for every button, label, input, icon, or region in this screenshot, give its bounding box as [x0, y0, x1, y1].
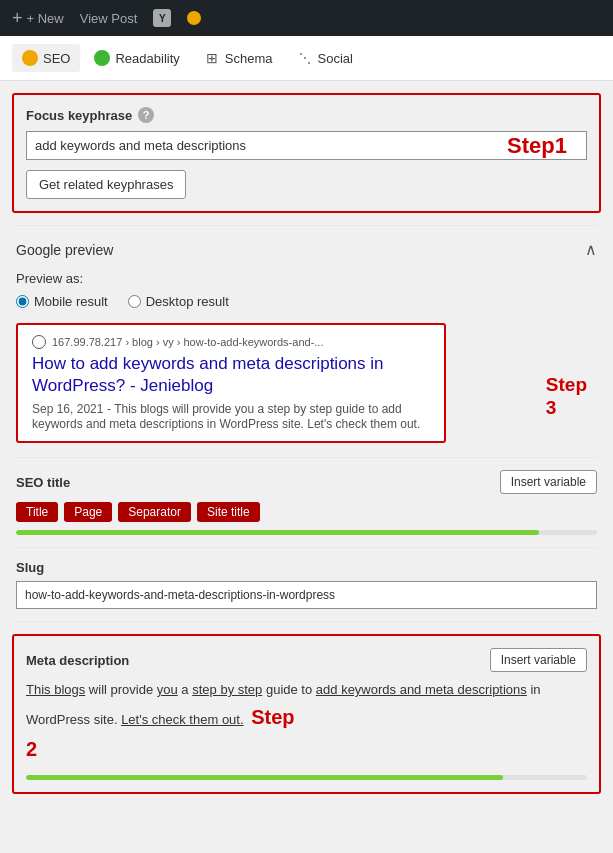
tag-page[interactable]: Page [64, 502, 112, 522]
seo-icon [22, 50, 38, 66]
meta-desc-this: This blogs [26, 682, 85, 697]
google-preview-header: Google preview ∧ [16, 240, 597, 259]
meta-description-label: Meta description [26, 653, 129, 668]
google-preview-title: Google preview [16, 242, 113, 258]
yoast-logo-icon: Y [153, 9, 171, 27]
meta-desc-step: step by step [192, 682, 262, 697]
google-date-text: Sep 16, 2021 [32, 402, 103, 416]
tab-readability[interactable]: Readability [84, 44, 189, 72]
desktop-result-label: Desktop result [146, 294, 229, 309]
meta-description-progress-fill [26, 775, 503, 780]
slug-input[interactable] [16, 581, 597, 609]
tab-social[interactable]: ⋱ Social [287, 44, 363, 72]
desktop-result-option[interactable]: Desktop result [128, 294, 229, 309]
tag-site-title[interactable]: Site title [197, 502, 260, 522]
focus-keyphrase-text: Focus keyphrase [26, 108, 132, 123]
seo-title-label: SEO title [16, 475, 70, 490]
google-url-line: 167.99.78.217 › blog › vy › how-to-add-k… [32, 335, 430, 349]
meta-desc-add: add keywords and meta descriptions [316, 682, 527, 697]
new-button[interactable]: + + New [12, 8, 64, 29]
mobile-result-option[interactable]: Mobile result [16, 294, 108, 309]
slug-label: Slug [16, 560, 597, 575]
tab-bar: SEO Readability ⊞ Schema ⋱ Social [0, 36, 613, 81]
divider-4 [16, 621, 597, 622]
seo-title-section: SEO title Insert variable Title Page Sep… [0, 458, 613, 547]
globe-icon [32, 335, 46, 349]
help-icon[interactable]: ? [138, 107, 154, 123]
tag-separator[interactable]: Separator [118, 502, 191, 522]
google-preview-card: 167.99.78.217 › blog › vy › how-to-add-k… [16, 323, 446, 443]
step3-label: Step 3 [546, 374, 587, 420]
focus-keyphrase-label: Focus keyphrase ? [26, 107, 587, 123]
keyphrase-input-wrapper: Step1 [26, 131, 587, 160]
seo-title-insert-variable-button[interactable]: Insert variable [500, 470, 597, 494]
top-bar: + + New View Post Y [0, 0, 613, 36]
tab-social-label: Social [318, 51, 353, 66]
tab-readability-label: Readability [115, 51, 179, 66]
seo-title-progress-fill [16, 530, 539, 535]
meta-description-insert-variable-button[interactable]: Insert variable [490, 648, 587, 672]
seo-title-header: SEO title Insert variable [16, 470, 597, 494]
meta-description-progress-bar [26, 775, 587, 780]
view-post-link[interactable]: View Post [80, 11, 138, 26]
preview-as-label: Preview as: [16, 271, 597, 286]
meta-desc-you: you [157, 682, 178, 697]
meta-desc-lets: Let's check them out. [121, 712, 243, 727]
google-date: Sep 16, 2021 - This blogs will provide y… [32, 401, 430, 431]
meta-description-section: Meta description Insert variable This bl… [12, 634, 601, 794]
readability-icon [94, 50, 110, 66]
google-title-link[interactable]: How to add keywords and meta description… [32, 353, 430, 397]
google-url: 167.99.78.217 › blog › vy › how-to-add-k… [52, 336, 323, 348]
slug-section: Slug [0, 548, 613, 621]
tab-seo-label: SEO [43, 51, 70, 66]
focus-keyphrase-section: Focus keyphrase ? Step1 Get related keyp… [12, 93, 601, 213]
tab-seo[interactable]: SEO [12, 44, 80, 72]
schema-icon: ⊞ [204, 50, 220, 66]
seo-title-progress-bar [16, 530, 597, 535]
tab-schema[interactable]: ⊞ Schema [194, 44, 283, 72]
mobile-result-radio[interactable] [16, 295, 29, 308]
google-preview-section: Google preview ∧ Preview as: Mobile resu… [0, 226, 613, 457]
plus-icon: + [12, 8, 23, 29]
social-icon: ⋱ [297, 50, 313, 66]
meta-description-text: This blogs will provide you a step by st… [26, 680, 587, 765]
tag-title[interactable]: Title [16, 502, 58, 522]
focus-keyphrase-input[interactable] [26, 131, 587, 160]
collapse-icon[interactable]: ∧ [585, 240, 597, 259]
new-label: + New [27, 11, 64, 26]
get-related-keyphrases-button[interactable]: Get related keyphrases [26, 170, 186, 199]
desktop-result-radio[interactable] [128, 295, 141, 308]
tab-schema-label: Schema [225, 51, 273, 66]
meta-description-header: Meta description Insert variable [26, 648, 587, 672]
preview-radio-group: Mobile result Desktop result [16, 294, 597, 309]
orange-dot-icon [187, 11, 201, 25]
seo-title-tags: Title Page Separator Site title [16, 502, 597, 522]
mobile-result-label: Mobile result [34, 294, 108, 309]
google-card-container: 167.99.78.217 › blog › vy › how-to-add-k… [16, 323, 597, 443]
